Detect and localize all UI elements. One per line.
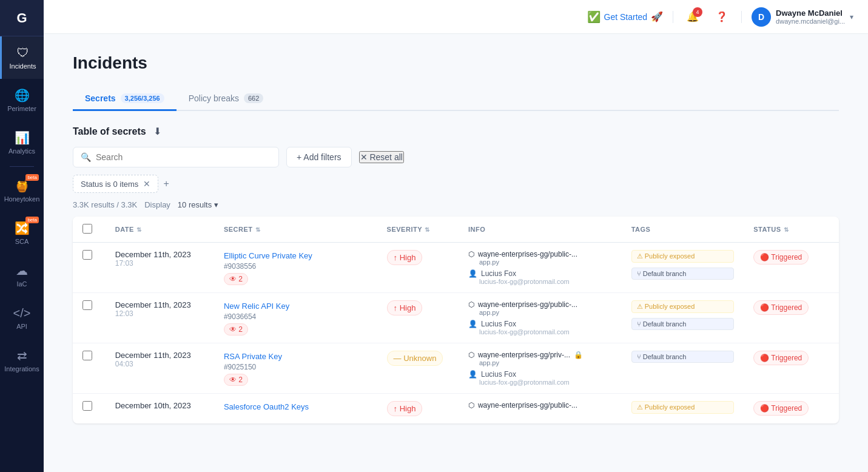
status-badge-0: 🔴 Triggered — [753, 250, 809, 265]
tab-policy-breaks[interactable]: Policy breaks 662 — [177, 87, 276, 111]
row-info-2: ⬡ wayne-enterprises-gg/priv-... 🔒 app.py… — [459, 343, 622, 394]
help-button[interactable]: ❓ — [712, 7, 732, 27]
row-secret-1: New Relic API Key #9036654 👁 2 — [214, 293, 377, 343]
user-menu[interactable]: D Dwayne McDaniel dwayne.mcdaniel@gi... … — [752, 7, 853, 27]
github-icon-1: ⬡ — [468, 300, 474, 309]
date-primary-3: December 10th, 2023 — [115, 401, 204, 410]
secret-views-2: 👁 2 — [224, 374, 248, 386]
check-circle-icon: ✅ — [587, 10, 601, 24]
row-status-2: 🔴 Triggered — [744, 343, 839, 394]
th-secret[interactable]: SECRET ⇅ — [214, 217, 377, 243]
tab-secrets-label: Secrets — [85, 93, 116, 103]
severity-badge-3: ↑ High — [387, 401, 423, 416]
info-user-0: 👤 Lucius Fox — [468, 269, 612, 278]
row-info-3: ⬡ wayne-enterprises-gg/public-... — [459, 394, 622, 424]
get-started-label: Get Started — [604, 12, 648, 22]
section-header: Table of secrets ⬇ — [73, 126, 839, 137]
secret-link-0[interactable]: Elliptic Curve Private Key — [224, 251, 312, 260]
cloud-icon: ☁ — [16, 263, 28, 278]
search-input[interactable] — [96, 152, 271, 162]
row-check-3 — [73, 394, 106, 424]
table-row: December 10th, 2023 Salesforce Oauth2 Ke… — [73, 394, 839, 424]
sidebar-item-perimeter[interactable]: 🌐 Perimeter — [0, 79, 44, 121]
th-severity[interactable]: SEVERITY ⇅ — [377, 217, 459, 243]
notifications-button[interactable]: 🔔 4 — [683, 7, 702, 27]
date-primary-1: December 11th, 2023 — [115, 300, 204, 309]
tag-1-1: ⑂ Default branch — [631, 318, 735, 330]
chevron-down-icon: ▾ — [850, 13, 853, 21]
sidebar-label-api: API — [16, 323, 27, 330]
reset-all-label: ✕ Reset all — [360, 152, 403, 162]
info-file-2: app.py — [479, 359, 612, 366]
row-date-0: December 11th, 2023 17:03 — [106, 243, 214, 293]
secret-link-1[interactable]: New Relic API Key — [224, 302, 289, 311]
secret-id-1: #9036654 — [224, 312, 368, 321]
secret-views-1: 👁 2 — [224, 323, 248, 335]
sort-date-icon: ⇅ — [136, 226, 142, 233]
info-user-name-0: Lucius Fox — [481, 269, 516, 278]
reset-all-button[interactable]: ✕ Reset all — [359, 151, 404, 163]
beta-badge-sca: beta — [25, 217, 39, 223]
th-status[interactable]: STATUS ⇅ — [744, 217, 839, 243]
secret-link-3[interactable]: Salesforce Oauth2 Keys — [224, 402, 309, 411]
row-checkbox-3[interactable] — [82, 401, 92, 411]
get-started-button[interactable]: ✅ Get Started 🚀 — [587, 10, 664, 24]
tab-policy-badge: 662 — [244, 93, 263, 103]
search-icon: 🔍 — [81, 152, 91, 162]
info-repo-2: ⬡ wayne-enterprises-gg/priv-... 🔒 — [468, 351, 612, 359]
secret-link-2[interactable]: RSA Private Key — [224, 352, 282, 361]
repo-name-0: wayne-enterprises-gg/public-... — [478, 250, 577, 258]
sidebar-label-sca: SCA — [15, 238, 29, 245]
filter-tag-add[interactable]: + — [163, 178, 169, 189]
row-info-0: ⬡ wayne-enterprises-gg/public-... app.py… — [459, 243, 622, 293]
filter-tag-label: Status is 0 items — [81, 180, 138, 189]
main-wrapper: ✅ Get Started 🚀 🔔 4 ❓ D Dwayne McDaniel … — [44, 0, 868, 472]
date-time-0: 17:03 — [115, 259, 204, 268]
row-secret-3: Salesforce Oauth2 Keys — [214, 394, 377, 424]
sidebar-item-iac[interactable]: ☁ IaC — [0, 254, 44, 297]
filter-tags: Status is 0 items ✕ + — [73, 175, 839, 193]
integrations-icon: ⇄ — [17, 348, 27, 363]
repo-name-2: wayne-enterprises-gg/priv-... — [478, 351, 570, 359]
user-details: Dwayne McDaniel dwayne.mcdaniel@gi... — [776, 8, 845, 25]
display-label: Display — [144, 200, 170, 209]
select-all-checkbox[interactable] — [82, 224, 92, 234]
status-badge-2: 🔴 Triggered — [753, 351, 809, 365]
display-select[interactable]: 10 results ▾ — [178, 200, 218, 209]
sidebar-item-api[interactable]: </> API — [0, 297, 44, 339]
sidebar-item-analytics[interactable]: 📊 Analytics — [0, 121, 44, 164]
row-date-3: December 10th, 2023 — [106, 394, 214, 424]
download-icon[interactable]: ⬇ — [153, 126, 161, 137]
sidebar-item-integrations[interactable]: ⇄ Integrations — [0, 339, 44, 382]
table-row: December 11th, 2023 17:03 Elliptic Curve… — [73, 243, 839, 293]
tab-secrets[interactable]: Secrets 3,256/3,256 — [73, 87, 177, 111]
shield-icon: 🛡 — [17, 46, 29, 60]
results-info: 3.3K results / 3.3K Display 10 results ▾ — [73, 200, 839, 209]
row-check-0 — [73, 243, 106, 293]
filter-tag-remove[interactable]: ✕ — [143, 179, 150, 189]
page-content: Incidents Secrets 3,256/3,256 Policy bre… — [44, 34, 868, 472]
sidebar-item-incidents[interactable]: 🛡 Incidents — [0, 36, 44, 79]
sidebar-divider — [10, 166, 34, 167]
add-filters-button[interactable]: + Add filters — [286, 147, 352, 167]
topbar-separator — [673, 11, 673, 23]
th-date[interactable]: DATE ⇅ — [106, 217, 214, 243]
row-tags-3: ⚠ Publicly exposed — [622, 394, 744, 424]
sidebar-item-sca[interactable]: beta 🔀 SCA — [0, 212, 44, 254]
row-severity-1: ↑ High — [377, 293, 459, 343]
row-tags-0: ⚠ Publicly exposed⑂ Default branch — [622, 243, 744, 293]
add-filters-label: + Add filters — [297, 152, 341, 162]
row-checkbox-1[interactable] — [82, 300, 92, 310]
secrets-table: DATE ⇅ SECRET ⇅ SEVERITY ⇅ — [73, 217, 839, 423]
status-filter-tag: Status is 0 items ✕ — [73, 175, 158, 193]
info-email-0: lucius-fox-gg@protonmail.com — [479, 278, 612, 285]
row-checkbox-0[interactable] — [82, 250, 92, 260]
info-email-1: lucius-fox-gg@protonmail.com — [479, 328, 612, 335]
sidebar-item-honeytoken[interactable]: beta 🍯 Honeytoken — [0, 169, 44, 212]
tag-2-0: ⑂ Default branch — [631, 351, 735, 363]
sidebar-label-iac: IaC — [16, 280, 27, 288]
filters-bar: 🔍 + Add filters ✕ Reset all — [73, 147, 839, 167]
beta-badge: beta — [25, 174, 39, 181]
row-checkbox-2[interactable] — [82, 351, 92, 360]
user-name: Dwayne McDaniel — [776, 8, 845, 18]
